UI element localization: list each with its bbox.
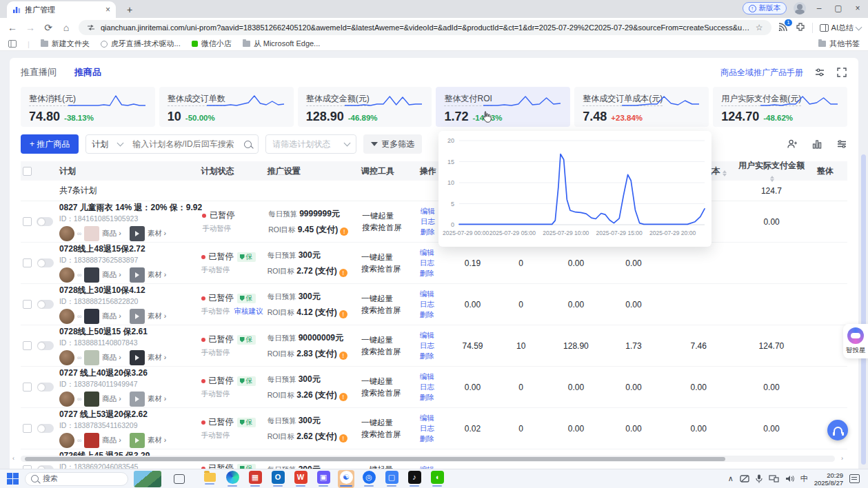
plan-type-select[interactable]: 计划 [86, 139, 128, 150]
customer-audience-icon[interactable] [787, 139, 798, 150]
header-user-paid[interactable]: 用户实际支付金额 [736, 160, 807, 183]
tool-search-topscreen[interactable]: 搜索抢首屏 [362, 222, 420, 234]
sort-icon[interactable] [723, 170, 727, 177]
more-filters-button[interactable]: 更多筛选 [363, 134, 422, 154]
file-explorer-icon[interactable] [201, 470, 218, 488]
product-link[interactable]: 商品 › [102, 229, 121, 238]
other-bookmarks[interactable]: 其他书签 [818, 39, 860, 49]
network-display-icon[interactable] [769, 475, 779, 482]
blue-circle-app-icon[interactable]: ◎ [361, 470, 377, 488]
browser-tab[interactable]: 推广管理 × [7, 1, 116, 18]
tool-search-topscreen[interactable]: 搜索抢首屏 [361, 305, 420, 316]
notification-center-icon[interactable] [849, 474, 860, 483]
edit-link[interactable]: 编辑 [420, 247, 450, 258]
purple-app-icon[interactable]: ▣ [315, 470, 332, 488]
edit-link[interactable]: 编辑 [420, 413, 450, 423]
side-panel-toggle-icon[interactable] [8, 40, 17, 48]
review-link[interactable]: 审核建议 [234, 307, 263, 316]
plan-search-input[interactable] [128, 139, 244, 149]
tab-close-icon[interactable]: × [105, 5, 110, 14]
log-link[interactable]: 日志 [420, 382, 450, 392]
plan-toggle-switch[interactable] [37, 258, 54, 267]
tool-search-topscreen[interactable]: 搜索抢首屏 [361, 387, 420, 399]
edit-link[interactable]: 编辑 [420, 289, 450, 299]
delete-link[interactable]: 删除 [420, 434, 450, 444]
header-status[interactable]: 计划状态 [201, 165, 268, 177]
delete-link[interactable]: 删除 [420, 351, 450, 361]
back-icon[interactable]: ← [7, 22, 18, 33]
material-link[interactable]: 素材 › [148, 229, 166, 238]
tray-expand-icon[interactable]: ∧ [728, 474, 734, 483]
row-checkbox[interactable] [23, 341, 32, 350]
tool-raise-volume[interactable]: 一键起量 [361, 417, 420, 429]
log-link[interactable]: 日志 [420, 340, 450, 351]
window-maximize-button[interactable]: ▢ [832, 3, 845, 13]
product-link[interactable]: 商品 › [102, 353, 121, 363]
log-link[interactable]: 日志 [420, 423, 450, 434]
sort-icon[interactable] [770, 176, 774, 183]
bookmark-item[interactable]: 新建文件夹 [41, 39, 90, 49]
warning-icon[interactable]: ! [339, 393, 347, 401]
site-settings-icon[interactable] [87, 23, 95, 32]
tab-products[interactable]: 推商品 [74, 66, 101, 79]
header-overflow[interactable]: 整体 [807, 165, 847, 177]
wechat-icon[interactable]: ◖ [429, 470, 445, 488]
horizontal-scrollbar[interactable]: ‹ › [21, 456, 835, 462]
store-app-icon[interactable]: ▦ [247, 470, 263, 488]
delete-link[interactable]: 删除 [420, 309, 450, 320]
tool-search-topscreen[interactable]: 搜索抢首屏 [361, 263, 420, 275]
metric-card[interactable]: 整体消耗(元) 74.80 -38.13% [21, 87, 155, 127]
tool-raise-volume[interactable]: 一键起量 [361, 252, 420, 263]
extensions-icon[interactable] [796, 23, 805, 32]
product-link[interactable]: 商品 › [102, 436, 121, 445]
table-settings-icon[interactable] [836, 139, 847, 150]
log-link[interactable]: 日志 [420, 258, 450, 268]
material-link[interactable]: 素材 › [148, 436, 166, 445]
speaker-icon[interactable] [785, 475, 794, 482]
header-plan[interactable]: 计划 [57, 165, 201, 177]
handbook-link[interactable]: 商品全域推广产品手册 [720, 67, 803, 79]
blue-app-icon[interactable]: ▢ [383, 470, 400, 488]
product-link[interactable]: 商品 › [102, 394, 121, 404]
plan-status-select[interactable]: 请筛选计划状态 [265, 134, 356, 154]
fullscreen-icon[interactable] [836, 67, 847, 78]
edit-link[interactable]: 编辑 [420, 372, 450, 382]
row-checkbox[interactable] [23, 424, 32, 433]
qianchuan-app-icon-active[interactable]: ☯ [338, 470, 354, 488]
url-bar[interactable]: qianchuan.jinritemai.com/uni-prom?aavid=… [79, 20, 771, 35]
material-link[interactable]: 素材 › [148, 312, 166, 321]
new-tab-button[interactable]: + [123, 4, 137, 15]
plan-toggle-switch[interactable] [37, 341, 54, 350]
taskbar-search[interactable]: 搜索 [25, 472, 128, 486]
tool-raise-volume[interactable]: 一键起量 [361, 293, 420, 305]
tool-raise-volume[interactable]: 一键起量 [361, 334, 420, 346]
profile-avatar[interactable] [794, 2, 806, 14]
outlook-icon[interactable]: O [270, 470, 286, 488]
product-link[interactable]: 商品 › [102, 312, 121, 321]
metric-card[interactable]: 整体成交订单成本(元) 7.48 +23.84% [574, 87, 709, 127]
home-icon[interactable]: ⌂ [61, 22, 72, 33]
tool-raise-volume[interactable]: 一键起量 [362, 210, 420, 222]
warning-icon[interactable]: ! [339, 352, 347, 360]
search-icon[interactable] [244, 141, 252, 148]
vertical-scrollbar[interactable] [861, 154, 866, 465]
touchpad-off-icon[interactable] [740, 475, 749, 482]
scroll-left-arrow[interactable]: ‹ [12, 455, 14, 462]
scroll-right-arrow[interactable]: › [841, 455, 843, 462]
material-link[interactable]: 素材 › [148, 270, 166, 280]
help-float-button[interactable] [827, 420, 848, 440]
bookmark-item[interactable]: 虎牙直播-技术驱动... [101, 39, 181, 49]
delete-link[interactable]: 删除 [420, 268, 450, 278]
warning-icon[interactable]: ! [339, 310, 347, 318]
material-link[interactable]: 素材 › [148, 394, 166, 404]
scrollbar-thumb[interactable] [25, 457, 725, 461]
microphone-icon[interactable] [756, 474, 763, 483]
tool-search-topscreen[interactable]: 搜索抢首屏 [361, 346, 420, 358]
cast-icon[interactable]: 1 [778, 22, 789, 33]
header-settings[interactable]: 推广设置 [268, 165, 361, 177]
log-link[interactable]: 日志 [420, 299, 450, 309]
metric-card[interactable]: 整体成交订单数 10 -50.00% [159, 87, 294, 127]
tool-search-topscreen[interactable]: 搜索抢首屏 [361, 429, 420, 440]
select-all-checkbox[interactable] [23, 167, 32, 176]
ai-summary-button[interactable]: AI总结 [812, 23, 861, 33]
